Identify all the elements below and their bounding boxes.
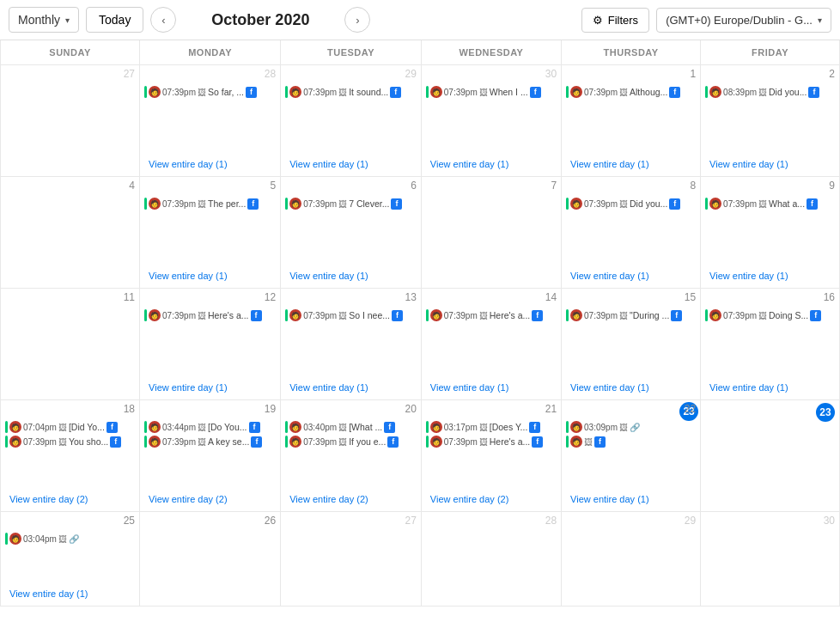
image-icon: 🖼 [58,534,67,544]
event-entry[interactable]: 🧑03:09pm🖼🔗 [563,420,698,434]
view-entire-day-link[interactable]: View entire day (1) [284,381,374,394]
timezone-select[interactable]: (GMT+0) Europe/Dublin - G... ▾ [656,8,831,33]
day-cell: 29 [562,512,701,607]
view-entire-day-link[interactable]: View entire day (1) [704,157,794,171]
today-button[interactable]: Today [86,7,143,33]
event-entry[interactable]: 🧑🖼f [563,435,698,448]
event-entry[interactable]: 🧑07:39pm🖼So far, ...f [142,85,278,99]
event-time: 07:39pm [584,311,618,320]
header-thursday: THURSDAY [562,40,701,65]
day-number: 29 [562,512,700,531]
event-entry[interactable]: 🧑07:39pm🖼You sho...f [3,435,137,448]
day-number: 1 [562,65,700,84]
day-cell: 18🧑07:04pm🖼[Did Yo...f🧑07:39pm🖼You sho..… [1,400,140,512]
event-entry[interactable]: 🧑03:04pm🖼🔗 [3,532,137,546]
event-entry[interactable]: 🧑07:39pm🖼The per...f [142,197,278,210]
day-cell: 30 [701,512,840,607]
event-bar [426,436,429,448]
event-time: 07:39pm [444,437,478,447]
event-entry[interactable]: 🧑07:39pm🖼If you e...f [283,435,419,448]
event-time: 07:39pm [303,199,337,209]
event-entry[interactable]: 🧑07:39pm🖼Here's a...f [423,435,559,448]
view-entire-day-link[interactable]: View entire day (1) [284,269,374,283]
view-entire-day-link[interactable]: View entire day (1) [143,381,233,394]
image-icon: 🖼 [198,311,206,320]
view-entire-day-link[interactable]: View entire day (1) [565,492,654,506]
facebook-icon: f [808,87,819,98]
day-number: 18 [1,400,139,419]
view-entire-day-link[interactable]: View entire day (1) [143,269,233,283]
event-entry[interactable]: 🧑07:39pm🖼7 Clever...f [283,197,419,210]
event-bar [566,436,569,448]
facebook-icon: f [532,310,543,321]
chevron-down-icon: ▾ [65,15,70,25]
day-cell: 5🧑07:39pm🖼The per...fView entire day (1) [140,177,281,289]
event-entry[interactable]: 🧑07:39pm🖼Here's a...f [142,308,278,322]
event-entry[interactable]: 🧑08:39pm🖼Did you...f [703,85,837,99]
day-cell: 8🧑07:39pm🖼Did you...fView entire day (1) [562,177,701,289]
avatar: 🧑 [289,436,301,448]
event-time: 03:04pm [23,534,57,544]
event-time: 07:39pm [723,311,757,320]
image-icon: 🖼 [338,423,347,432]
event-text: [Did Yo... [69,422,105,432]
timezone-chevron-icon: ▾ [818,15,822,25]
event-entry[interactable]: 🧑07:39pm🖼So I nee...f [283,308,419,322]
avatar: 🧑 [9,533,21,545]
view-entire-day-link[interactable]: View entire day (1) [284,157,374,171]
view-entire-day-link[interactable]: View entire day (1) [565,269,654,283]
day-number: 30 [701,512,839,531]
event-entry[interactable]: 🧑07:39pm🖼Did you...f [563,197,698,210]
header-tuesday: TUESDAY [281,40,422,65]
day-cell: 1🧑07:39pm🖼Althoug...fView entire day (1) [562,65,701,177]
event-entry[interactable]: 🧑07:39pm🖼When I ...f [423,85,559,99]
event-entry[interactable]: 🧑07:04pm🖼[Did Yo...f [3,420,137,434]
event-entry[interactable]: 🧑07:39pm🖼What a...f [703,197,837,210]
event-entry[interactable]: 🧑03:17pm🖼[Does Y...f [423,420,559,434]
filters-button[interactable]: ⚙ Filters [581,8,649,33]
event-entry[interactable]: 🧑07:39pm🖼A key se...f [142,435,278,448]
next-button[interactable]: › [344,7,370,33]
event-bar [566,421,569,433]
day-number: 9 [701,177,839,196]
avatar: 🧑 [149,436,161,448]
event-bar [566,198,569,210]
avatar: 🧑 [289,86,301,98]
view-entire-day-link[interactable]: View entire day (1) [143,157,233,171]
avatar: 🧑 [570,436,582,448]
view-entire-day-link[interactable]: View entire day (1) [425,381,514,394]
event-bar [5,436,8,448]
view-entire-day-link[interactable]: View entire day (1) [4,587,94,600]
view-entire-day-link[interactable]: View entire day (2) [284,492,374,506]
event-entry[interactable]: 🧑07:39pm🖼Here's a...f [423,308,559,322]
day-cell: 14🧑07:39pm🖼Here's a...fView entire day (… [421,289,561,400]
view-entire-day-link[interactable]: View entire day (1) [425,157,514,171]
event-entry[interactable]: 🧑07:39pm🖼It sound...f [283,85,419,99]
view-entire-day-link[interactable]: View entire day (2) [4,492,94,506]
view-select[interactable]: Monthly ▾ [9,7,79,33]
avatar: 🧑 [430,436,442,448]
event-text: [Does Y... [490,422,528,432]
view-entire-day-link[interactable]: View entire day (2) [143,492,233,506]
view-entire-day-link[interactable]: View entire day (1) [565,157,654,171]
event-bar [144,198,147,210]
avatar: 🧑 [570,421,582,433]
avatar: 🧑 [9,436,21,448]
event-text: Did you... [630,198,667,209]
event-text: So I nee... [349,310,390,320]
day-cell: 4 [1,177,140,289]
event-entry[interactable]: 🧑07:39pm🖼"During ...f [563,308,698,322]
event-entry[interactable]: 🧑07:39pm🖼Doing S...f [703,308,837,322]
event-entry[interactable]: 🧑03:40pm🖼[What ...f [283,420,419,434]
event-entry[interactable]: 🧑07:39pm🖼Althoug...f [563,85,698,99]
prev-button[interactable]: ‹ [150,7,176,33]
view-entire-day-link[interactable]: View entire day (2) [425,492,514,506]
view-entire-day-link[interactable]: View entire day (1) [704,269,794,283]
view-entire-day-link[interactable]: View entire day (1) [565,381,654,394]
event-entry[interactable]: 🧑03:44pm🖼[Do You...f [142,420,278,434]
avatar: 🧑 [9,421,21,433]
day-number: 27 [281,512,421,531]
event-bar [285,309,288,321]
header-sunday: SUNDAY [1,40,140,65]
view-entire-day-link[interactable]: View entire day (1) [704,381,794,394]
